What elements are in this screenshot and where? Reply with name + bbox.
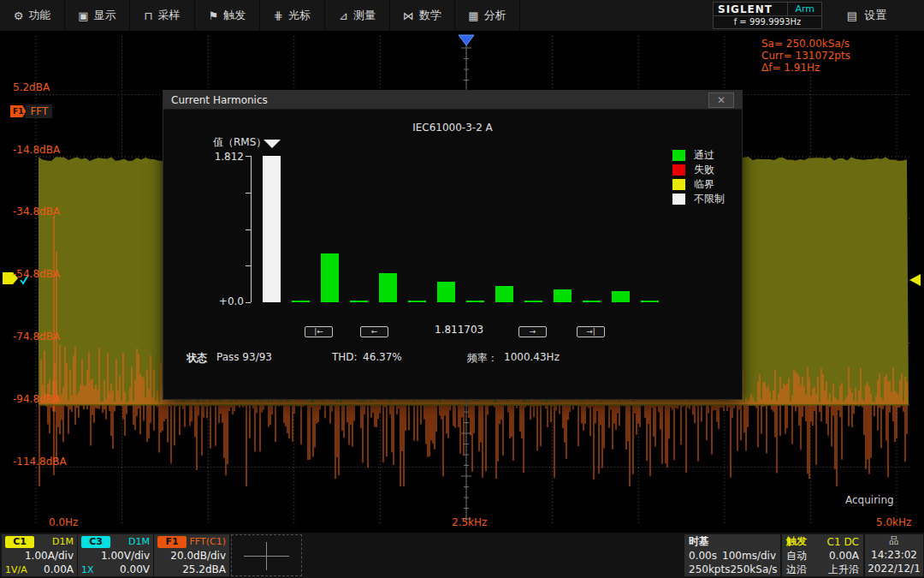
harmonic-bar-4[interactable] (350, 301, 368, 302)
menu-item-6[interactable]: ⋈数学 (390, 0, 455, 31)
siglent-logo: SIGLENT (714, 3, 773, 15)
timebase-points: 250kpts (689, 563, 730, 575)
dialog-titlebar[interactable]: Current Harmonics ✕ (163, 91, 742, 110)
timebase-delay: 0.00s (689, 550, 717, 562)
bottom-status-bar: C1D1M1.00A/div1V/A0.00A C3D1M1.00V/div1X… (0, 533, 924, 578)
y-axis-title: 值（RMS） (213, 135, 266, 150)
brand-box: SIGLENT Arm f = 999.9993Hz (713, 2, 822, 29)
harmonic-bar-1[interactable] (263, 156, 281, 302)
standard-label: IEC61000-3-2 A (163, 122, 742, 134)
measure-icon: ⊿ (339, 9, 348, 22)
harmonic-bar-6[interactable] (408, 301, 426, 302)
acquisition-readout: Sa= 250.00kSa/s Curr= 131072pts Δf= 1.91… (761, 38, 850, 74)
c1-channel-badge: C1 (5, 536, 34, 548)
db-label-6: -114.8dBA (13, 456, 67, 468)
harmonic-bar-12[interactable] (583, 301, 601, 302)
legend-item-3: 不限制 (672, 192, 725, 206)
legend-swatch (672, 164, 685, 176)
trigger-mode: 自动 (786, 549, 807, 563)
trigger-title: 触发 (786, 534, 807, 549)
trigger-type: 边沿 (786, 563, 807, 577)
db-label-5: -94.8dBA (13, 394, 60, 405)
menu-item-1[interactable]: ▣显示 (65, 0, 130, 31)
coupling-label: D1M (52, 536, 74, 547)
harmonic-bar-14[interactable] (641, 301, 659, 302)
probe-label: 1V/A (5, 564, 27, 575)
f1-channel-badge: F1 (157, 536, 187, 548)
harmonic-bar-10[interactable] (524, 301, 542, 302)
trigger-box[interactable]: 触发 C1 DC 自动 0.00A 边沿 上升沿 (782, 534, 863, 576)
y-min-label: +0.0 (219, 295, 244, 307)
harmonic-bar-5[interactable] (379, 273, 397, 302)
settings-button[interactable]: ▤ 设置 (828, 0, 905, 31)
gear-icon: ⚙ (14, 9, 24, 22)
status-value: Pass 93/93 (216, 351, 272, 363)
db-label-0: 5.2dBA (13, 82, 50, 93)
f1-offset: 25.2dBA (182, 563, 226, 575)
delta-f: Δf= 1.91Hz (761, 62, 850, 74)
menu-item-5[interactable]: ⊿测量 (325, 0, 390, 31)
harmonic-bar-8[interactable] (466, 301, 484, 302)
trigger-source: C1 DC (827, 536, 859, 548)
y-max-label: 1.812 (215, 151, 244, 163)
c3-channel-badge: C3 (81, 536, 110, 548)
harmonic-bar-11[interactable] (554, 289, 572, 302)
freq-label-left: 0.0Hz (49, 516, 78, 528)
legend-swatch (672, 150, 685, 161)
oscilloscope-screen: ⚙功能▣显示⊓采样⚑触发⋕光标⊿测量⋈数学▦分析 SIGLENT Arm f =… (0, 0, 924, 578)
probe-label: 1X (81, 564, 94, 575)
legend-label: 失败 (694, 163, 714, 177)
menu-item-2[interactable]: ⊓采样 (130, 0, 195, 31)
harmonic-bar-9[interactable] (495, 286, 513, 302)
trigger-position-marker[interactable] (459, 35, 474, 45)
timebase-title: 时基 (689, 534, 709, 549)
harmonics-bars (263, 156, 670, 302)
network-icon: 品 (865, 534, 923, 548)
fft-trace-tag[interactable]: F1 FFT (10, 104, 52, 118)
close-icon[interactable]: ✕ (708, 92, 734, 108)
freq-label-right: 5.0kHz (876, 516, 911, 528)
harmonic-bar-7[interactable] (437, 282, 455, 302)
menu-item-3[interactable]: ⚑触发 (195, 0, 260, 31)
channel-box-f1[interactable]: F1 FFT(C1) 20.0dB/div 25.2dBA (154, 534, 229, 576)
channel-box-c3[interactable]: C3D1M1.00V/div1X0.00V (78, 534, 153, 576)
legend-swatch (672, 194, 685, 205)
thd-value: 46.37% (363, 351, 402, 363)
legend: 通过失败临界不限制 (672, 148, 725, 206)
add-channel-box[interactable] (231, 534, 302, 576)
harmonic-bar-2[interactable] (292, 301, 310, 302)
channel-scale: 1.00A/div (5, 550, 74, 562)
freq-meas-value: 1000.43Hz (504, 351, 560, 363)
harmonic-bar-13[interactable] (612, 291, 630, 302)
timebase-box[interactable]: 时基 0.00s 100ms/div 250kpts 250kSa/s (684, 534, 780, 576)
clock-time: 14:23:02 (865, 548, 923, 562)
prev-harmonic-button[interactable]: ← (360, 326, 388, 337)
waveform-area[interactable]: 5.2dBA-14.8dBA-34.8dBA-54.8dBA-74.8dBA-9… (0, 31, 924, 533)
trigger-level-marker[interactable] (909, 274, 921, 286)
menu-item-7[interactable]: ▦分析 (455, 0, 520, 31)
status-label: 状态 (187, 351, 207, 366)
cursor-icon: ⋕ (274, 9, 283, 22)
legend-swatch (672, 179, 685, 190)
trigger-level: 0.00A (829, 550, 859, 562)
display-icon: ▣ (78, 9, 88, 22)
next-harmonic-button[interactable]: → (518, 326, 547, 337)
clock-box[interactable]: 品 14:23:02 2022/12/1 (865, 534, 923, 576)
db-label-3: -54.8dBA (13, 269, 60, 280)
current-harmonics-dialog: Current Harmonics ✕ IEC61000-3-2 A 值（RMS… (163, 90, 743, 400)
db-label-1: -14.8dBA (13, 145, 60, 156)
current-points: Curr= 131072pts (761, 50, 850, 62)
freq-label-center: 2.5kHz (452, 516, 487, 528)
harmonic-bar-3[interactable] (321, 253, 339, 302)
menu-item-4[interactable]: ⋕光标 (260, 0, 325, 31)
first-harmonic-button[interactable]: |← (305, 326, 333, 337)
analysis-icon: ▦ (468, 9, 478, 22)
last-harmonic-button[interactable]: →| (577, 326, 605, 337)
channel-box-c1[interactable]: C1D1M1.00A/div1V/A0.00A (2, 534, 77, 576)
f1-scale: 20.0dB/div (157, 550, 226, 562)
selected-harmonic-marker[interactable] (264, 140, 281, 148)
math-icon: ⋈ (403, 9, 414, 22)
f1-badge: F1 (10, 105, 26, 117)
menu-item-0[interactable]: ⚙功能 (0, 0, 65, 31)
sample-rate: Sa= 250.00kSa/s (761, 38, 850, 50)
